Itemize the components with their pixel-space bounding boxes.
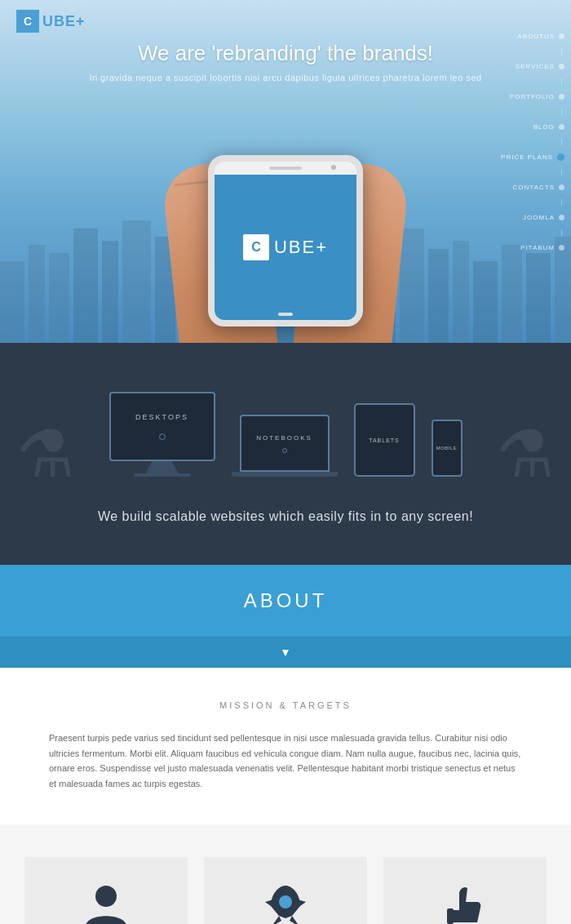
svg-rect-2 xyxy=(49,253,69,343)
nav-item-pitabum[interactable]: PITABUM xyxy=(520,244,564,251)
svg-point-22 xyxy=(95,886,117,907)
logo[interactable]: C UBE+ xyxy=(16,10,86,33)
card-work-features: WORK FEATURES Ut sodales feugiat nulla. … xyxy=(383,857,547,924)
svg-rect-17 xyxy=(453,241,469,343)
about-arrow: ▼ xyxy=(0,637,571,668)
nav-line-5 xyxy=(561,169,562,175)
phone-logo-text: UBE+ xyxy=(274,237,328,258)
nav-line-2 xyxy=(561,78,562,85)
svg-rect-21 xyxy=(555,237,571,343)
svg-rect-18 xyxy=(473,261,498,343)
header: C UBE+ xyxy=(0,0,571,42)
device-tablet: TABLETS xyxy=(354,403,415,477)
hero-text: We are 'rebranding' the brands! In gravi… xyxy=(0,41,571,82)
laptop-dot xyxy=(282,448,287,453)
mission-section: MISSION & TARGETS Praesent turpis pede v… xyxy=(0,668,571,824)
card-why-choose-us: WHY CHOOSE US Ut sodales feugiat nulla. … xyxy=(204,857,367,924)
phone-camera xyxy=(331,165,336,170)
rocket-icon xyxy=(263,882,308,924)
nav-item-contacts[interactable]: CONTACTS xyxy=(513,184,564,191)
nav-line-6 xyxy=(561,199,562,206)
ghost-icon-right: ⚗ xyxy=(496,416,555,492)
desktop-screen: DESKTOPS xyxy=(109,392,215,461)
thumbsup-icon xyxy=(443,882,488,924)
laptop-base xyxy=(232,472,338,477)
mission-title: MISSION & TARGETS xyxy=(49,700,522,710)
nav-dot-joomla xyxy=(559,215,564,220)
svg-rect-19 xyxy=(502,245,522,343)
nav-item-aboutus[interactable]: ABOUTUS xyxy=(517,33,564,40)
desktop-base xyxy=(134,473,191,477)
hero-section: We are 'rebranding' the brands! In gravi… xyxy=(0,0,571,343)
svg-rect-4 xyxy=(102,241,118,343)
nav-line-4 xyxy=(561,139,562,145)
nav-dot-services xyxy=(559,64,564,69)
svg-rect-1 xyxy=(29,245,45,343)
about-section: ABOUT xyxy=(0,565,571,637)
hero-title: We are 'rebranding' the brands! xyxy=(0,41,571,66)
device-mobile: MOBILE xyxy=(432,420,463,477)
phone-container: C UBE+ xyxy=(147,139,424,343)
nav-line-3 xyxy=(561,109,562,115)
ghost-icon-left: ⚗ xyxy=(16,416,75,492)
tablet-label: TABLETS xyxy=(369,438,400,443)
svg-rect-16 xyxy=(428,249,449,343)
svg-point-23 xyxy=(279,895,292,908)
nav-dot-portfolio xyxy=(559,94,564,100)
hands-phone: C UBE+ xyxy=(147,139,424,343)
desktop-dot xyxy=(159,433,166,440)
devices-section: ⚗ ⚗ DESKTOPS NOTEBOOKS TABLETS xyxy=(0,343,571,565)
phone-home-button xyxy=(278,313,293,316)
card-who-we-are: WHO WE ARE Ut sodales feugiat nulla. Sus… xyxy=(24,857,188,924)
phone-speaker xyxy=(269,167,302,170)
svg-rect-24 xyxy=(447,908,454,924)
svg-rect-0 xyxy=(0,261,24,343)
mobile-label: MOBILE xyxy=(436,446,458,451)
mission-text: Praesent turpis pede varius sed tincidun… xyxy=(49,731,522,792)
nav-line-7 xyxy=(561,229,562,236)
desktop-stand xyxy=(146,461,179,473)
nav-dot-priceplans xyxy=(557,153,564,161)
logo-text: UBE+ xyxy=(42,13,86,30)
phone-logo: C UBE+ xyxy=(243,234,328,260)
svg-rect-20 xyxy=(526,253,551,343)
devices-row: DESKTOPS NOTEBOOKS TABLETS MOBILE xyxy=(109,392,463,477)
mobile-frame: MOBILE xyxy=(432,420,463,477)
right-nav: ABOUTUS SERVICES PORTFOLIO BLOG PRICE PL… xyxy=(501,33,564,251)
cards-section: WHO WE ARE Ut sodales feugiat nulla. Sus… xyxy=(0,824,571,924)
svg-rect-3 xyxy=(73,229,98,343)
nav-line xyxy=(561,48,562,55)
about-title: ABOUT xyxy=(16,589,555,612)
phone-logo-box: C xyxy=(243,234,269,260)
device-laptop: NOTEBOOKS xyxy=(232,415,338,477)
laptop-screen: NOTEBOOKS xyxy=(240,415,330,472)
nav-dot-contacts xyxy=(559,184,564,190)
desktop-label: DESKTOPS xyxy=(135,413,188,421)
tablet-frame: TABLETS xyxy=(354,403,415,477)
nav-dot-aboutus xyxy=(559,33,564,39)
hero-subtitle: In gravida neque a suscipit lobortis nis… xyxy=(0,73,571,82)
person-icon xyxy=(84,882,129,924)
logo-box: C xyxy=(16,10,39,33)
phone-frame: C UBE+ xyxy=(208,155,363,327)
laptop-label: NOTEBOOKS xyxy=(256,434,312,442)
nav-item-blog[interactable]: BLOG xyxy=(533,123,564,131)
nav-item-portfolio[interactable]: PORTFOLIO xyxy=(510,93,564,100)
nav-dot-pitabum xyxy=(559,245,564,251)
nav-item-priceplans[interactable]: PRICE PLANS xyxy=(501,153,564,161)
phone-screen: C UBE+ xyxy=(215,175,356,320)
nav-dot-blog xyxy=(559,124,564,130)
nav-item-joomla[interactable]: JOOMLA xyxy=(523,214,564,221)
device-desktop: DESKTOPS xyxy=(109,392,215,477)
nav-item-services[interactable]: SERVICES xyxy=(516,63,564,70)
arrow-down-icon: ▼ xyxy=(280,646,291,659)
devices-tagline: We build scalable websites which easily … xyxy=(98,509,473,524)
